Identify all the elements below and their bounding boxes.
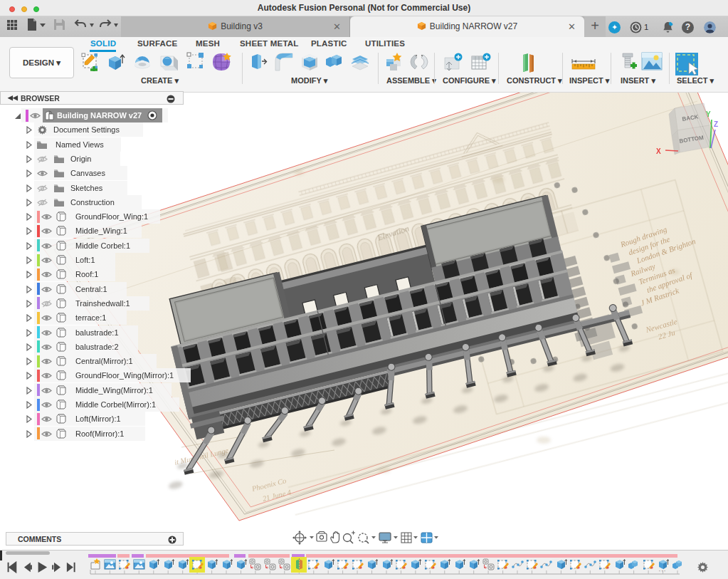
svg-text:Z: Z — [714, 120, 718, 128]
svg-text:Y: Y — [706, 110, 711, 118]
svg-text:X: X — [656, 147, 661, 155]
